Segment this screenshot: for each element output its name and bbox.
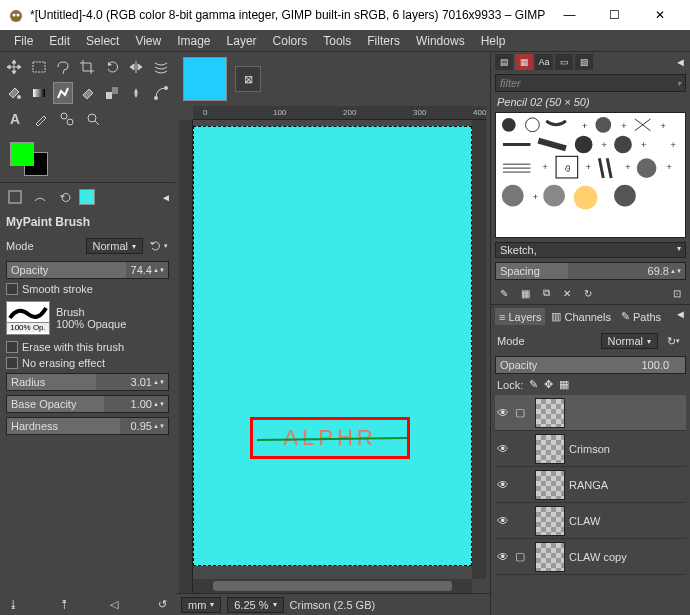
layer-thumbnail[interactable] xyxy=(535,398,565,428)
minimize-button[interactable]: — xyxy=(547,0,592,30)
layer-thumbnail[interactable] xyxy=(535,506,565,536)
menu-help[interactable]: Help xyxy=(473,34,514,48)
lock-pixels-icon[interactable]: ✎ xyxy=(529,378,538,391)
channels-tab[interactable]: ▥Channels xyxy=(547,308,614,325)
smooth-stroke-checkbox[interactable] xyxy=(6,283,18,295)
lock-position-icon[interactable]: ✥ xyxy=(544,378,553,391)
visibility-icon[interactable]: 👁 xyxy=(495,442,511,456)
hardness-slider[interactable]: Hardness0.95▲▼ xyxy=(6,417,169,435)
radius-slider[interactable]: Radius3.01▲▼ xyxy=(6,373,169,391)
layer-opacity-slider[interactable]: Opacity100.0▲▼ xyxy=(495,356,686,374)
image-tab-thumbnail[interactable] xyxy=(183,57,227,101)
link-toggle[interactable]: ▢ xyxy=(515,550,531,563)
path-tool[interactable] xyxy=(151,82,171,104)
brush-preview[interactable]: 100% Op. xyxy=(6,301,50,335)
no-erase-checkbox[interactable] xyxy=(6,357,18,369)
move-tool[interactable] xyxy=(4,56,24,78)
zoom-tool[interactable] xyxy=(82,108,104,130)
fonts-tab[interactable]: Aa xyxy=(535,54,553,70)
tool-options-tab[interactable] xyxy=(4,186,26,208)
duplicate-brush-icon[interactable]: ⧉ xyxy=(537,285,555,301)
menu-file[interactable]: File xyxy=(6,34,41,48)
layer-thumbnail[interactable] xyxy=(535,470,565,500)
menu-edit[interactable]: Edit xyxy=(41,34,78,48)
spacing-slider[interactable]: Spacing69.8▲▼ xyxy=(495,262,686,280)
menu-select[interactable]: Select xyxy=(78,34,127,48)
save-options-icon[interactable]: ⭳ xyxy=(8,598,19,611)
gradients-tab[interactable]: ▨ xyxy=(575,54,593,70)
unit-dropdown[interactable]: mm▾ xyxy=(181,597,221,613)
warp-tool[interactable] xyxy=(151,56,171,78)
opacity-spinner[interactable]: ▲▼ xyxy=(154,267,164,273)
history-tab[interactable]: ▭ xyxy=(555,54,573,70)
layer-mode-dropdown[interactable]: Normal▾ xyxy=(601,333,658,349)
canvas-area[interactable]: ALPHR xyxy=(193,120,472,579)
rotate-tool[interactable] xyxy=(102,56,122,78)
layer-row[interactable]: 👁RANGA xyxy=(495,467,686,503)
maximize-button[interactable]: ☐ xyxy=(592,0,637,30)
rect-select-tool[interactable] xyxy=(28,56,48,78)
menu-colors[interactable]: Colors xyxy=(265,34,316,48)
foreground-color[interactable] xyxy=(10,142,34,166)
mode-swap-icon[interactable]: ▾ xyxy=(147,235,169,257)
color-picker-tool[interactable] xyxy=(30,108,52,130)
menu-filters[interactable]: Filters xyxy=(359,34,408,48)
paths-tab[interactable]: ✎Paths xyxy=(617,308,665,325)
device-status-tab[interactable] xyxy=(29,186,51,208)
restore-options-icon[interactable]: ⭱ xyxy=(59,598,70,611)
patterns-tab[interactable]: ▦ xyxy=(515,54,533,70)
reset-options-icon[interactable]: ↺ xyxy=(158,598,167,611)
brush-filter-input[interactable]: filter▾ xyxy=(495,74,686,92)
text-tool[interactable]: A xyxy=(4,108,26,130)
menu-tools[interactable]: Tools xyxy=(315,34,359,48)
menu-windows[interactable]: Windows xyxy=(408,34,473,48)
link-toggle[interactable]: ▢ xyxy=(515,406,531,419)
mypaint-brush-tool[interactable] xyxy=(53,82,74,104)
erase-checkbox[interactable] xyxy=(6,341,18,353)
open-brush-icon[interactable]: ⊡ xyxy=(668,285,686,301)
edit-brush-icon[interactable]: ✎ xyxy=(495,285,513,301)
visibility-icon[interactable]: 👁 xyxy=(495,550,511,564)
lock-alpha-icon[interactable]: ▦ xyxy=(559,378,569,391)
layer-row[interactable]: 👁▢CLAW copy xyxy=(495,539,686,575)
opacity-slider[interactable]: Opacity 74.4 ▲▼ xyxy=(6,261,169,279)
undo-history-tab[interactable] xyxy=(54,186,76,208)
layers-dock-menu-icon[interactable]: ◄ xyxy=(675,308,686,325)
image-tab-icon[interactable] xyxy=(79,189,95,205)
flip-tool[interactable] xyxy=(126,56,146,78)
visibility-icon[interactable]: 👁 xyxy=(495,406,511,420)
measure-tool[interactable] xyxy=(56,108,78,130)
vertical-scrollbar[interactable] xyxy=(472,120,486,579)
zoom-dropdown[interactable]: 6.25 %▾ xyxy=(227,597,283,613)
base-opacity-slider[interactable]: Base Opacity1.00▲▼ xyxy=(6,395,169,413)
layer-mode-swap-icon[interactable]: ↻▾ xyxy=(662,330,684,352)
layer-thumbnail[interactable] xyxy=(535,434,565,464)
bucket-tool[interactable] xyxy=(4,82,24,104)
new-brush-icon[interactable]: ▦ xyxy=(516,285,534,301)
delete-options-icon[interactable]: ◁ xyxy=(110,598,118,611)
brush-grid[interactable]: + + + + ++ + ߷ + + + + xyxy=(495,112,686,238)
close-tab-icon[interactable]: ⊠ xyxy=(235,66,261,92)
refresh-brush-icon[interactable]: ↻ xyxy=(579,285,597,301)
menu-layer[interactable]: Layer xyxy=(219,34,265,48)
vertical-ruler[interactable] xyxy=(179,120,193,593)
brush-preset-dropdown[interactable]: Sketch,▾ xyxy=(495,242,686,258)
fg-bg-swatch[interactable] xyxy=(10,142,46,178)
horizontal-scrollbar[interactable] xyxy=(193,579,472,593)
canvas[interactable]: ALPHR xyxy=(193,126,472,566)
horizontal-ruler[interactable]: 0 100 200 300 400 xyxy=(193,106,486,120)
layer-row[interactable]: 👁Crimson xyxy=(495,431,686,467)
menu-image[interactable]: Image xyxy=(169,34,218,48)
layer-row[interactable]: 👁▢ xyxy=(495,395,686,431)
clone-tool[interactable] xyxy=(102,82,122,104)
visibility-icon[interactable]: 👁 xyxy=(495,478,511,492)
menu-view[interactable]: View xyxy=(127,34,169,48)
layers-tab[interactable]: ≡Layers xyxy=(495,308,545,325)
smudge-tool[interactable] xyxy=(126,82,146,104)
delete-brush-icon[interactable]: ✕ xyxy=(558,285,576,301)
gradient-tool[interactable] xyxy=(28,82,48,104)
brushes-tab[interactable]: ▤ xyxy=(495,54,513,70)
layer-thumbnail[interactable] xyxy=(535,542,565,572)
dock-menu-icon[interactable]: ◄ xyxy=(161,192,171,203)
eraser-tool[interactable] xyxy=(77,82,97,104)
